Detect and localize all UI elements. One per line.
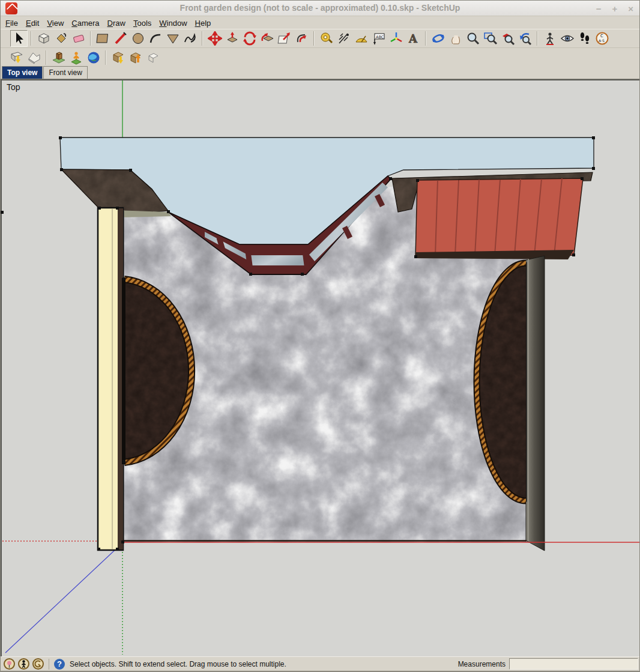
measurements-field[interactable] xyxy=(509,658,638,670)
rectangle-tool-icon[interactable] xyxy=(94,30,112,47)
get-models-icon[interactable] xyxy=(109,49,127,66)
menu-tools[interactable]: Tools xyxy=(133,17,157,29)
tab-front-view[interactable]: Front view xyxy=(43,66,87,79)
claim-model-icon[interactable] xyxy=(18,658,29,670)
position-camera-icon[interactable] xyxy=(541,30,558,47)
share-model-icon[interactable] xyxy=(127,49,144,66)
title-bar[interactable]: Front garden design (not to scale - appr… xyxy=(1,1,639,16)
zoom-extents-icon[interactable] xyxy=(499,30,516,47)
polygon-tool-icon[interactable] xyxy=(164,30,181,47)
tape-measure-icon[interactable] xyxy=(318,30,335,47)
text-tool-icon[interactable]: ABC xyxy=(370,30,387,47)
circle-tool-icon[interactable] xyxy=(129,30,146,47)
section-plane-icon[interactable]: CA·S xyxy=(593,30,611,47)
move-tool-icon[interactable] xyxy=(206,30,223,47)
status-bar: ? Select objects. Shift to extend select… xyxy=(1,656,639,671)
arc-tool-icon[interactable] xyxy=(146,30,164,47)
fence-left[interactable] xyxy=(98,208,123,550)
measurements-label: Measurements xyxy=(458,660,506,668)
dimensions-tool-icon[interactable] xyxy=(335,30,352,47)
menu-help[interactable]: Help xyxy=(195,17,217,29)
photo-textures-icon[interactable] xyxy=(50,49,67,66)
scene-tabs: Top view Front view xyxy=(1,67,639,79)
eraser-icon[interactable] xyxy=(70,30,87,47)
select-tool-icon[interactable] xyxy=(10,30,28,47)
main-toolbar: ABC A CA·S xyxy=(1,29,639,47)
previous-view-icon[interactable] xyxy=(516,30,534,47)
zoom-window-icon[interactable] xyxy=(482,30,499,47)
google-toolbar xyxy=(1,47,639,67)
rotate-tool-icon[interactable] xyxy=(241,30,258,47)
menu-camera[interactable]: Camera xyxy=(71,17,104,29)
side-wall-strip[interactable] xyxy=(526,256,545,551)
protractor-icon[interactable] xyxy=(352,30,370,47)
menu-draw[interactable]: Draw xyxy=(107,17,131,29)
paint-bucket-icon[interactable] xyxy=(52,30,70,47)
look-around-icon[interactable] xyxy=(558,30,576,47)
walk-tool-icon[interactable] xyxy=(576,30,593,47)
menu-file[interactable]: File xyxy=(5,17,23,29)
get-current-view-icon[interactable] xyxy=(8,49,25,66)
menu-view[interactable]: View xyxy=(47,17,69,29)
zoom-tool-icon[interactable] xyxy=(464,30,482,47)
menu-bar: File Edit View Camera Draw Tools Window … xyxy=(1,17,639,29)
scale-tool-icon[interactable] xyxy=(276,30,293,47)
push-pull-tool-icon[interactable] xyxy=(223,30,241,47)
tab-top-view[interactable]: Top view xyxy=(2,66,43,79)
menu-window[interactable]: Window xyxy=(159,17,192,29)
freehand-tool-icon[interactable] xyxy=(181,30,199,47)
orbit-tool-icon[interactable] xyxy=(429,30,447,47)
geolocation-icon[interactable] xyxy=(4,658,15,670)
help-icon[interactable]: ? xyxy=(54,659,65,670)
svg-text:C: C xyxy=(600,34,603,38)
toggle-terrain-icon[interactable] xyxy=(25,49,43,66)
svg-text:A: A xyxy=(408,32,418,45)
warehouse-model-icon[interactable] xyxy=(144,49,162,66)
line-tool-icon[interactable] xyxy=(112,30,129,47)
scene-canvas[interactable] xyxy=(1,79,640,656)
minimize-button[interactable]: − xyxy=(596,4,602,14)
credits-icon[interactable] xyxy=(32,658,44,670)
place-model-icon[interactable] xyxy=(85,49,102,66)
preview-model-icon[interactable] xyxy=(67,49,85,66)
menu-edit[interactable]: Edit xyxy=(26,17,44,29)
offset-tool-icon[interactable] xyxy=(293,30,310,47)
follow-me-tool-icon[interactable] xyxy=(258,30,276,47)
view-name-label: Top xyxy=(7,82,20,92)
close-button[interactable]: × xyxy=(628,4,633,14)
svg-text:A·S: A·S xyxy=(599,38,605,43)
svg-text:ABC: ABC xyxy=(376,35,384,40)
maximize-button[interactable]: + xyxy=(612,4,617,14)
status-message: Select objects. Shift to extend select. … xyxy=(70,660,286,668)
pan-tool-icon[interactable] xyxy=(447,30,464,47)
garage-roof[interactable] xyxy=(415,178,583,259)
3d-text-tool-icon[interactable]: A xyxy=(405,30,422,47)
window-title: Front garden design (not to scale - appr… xyxy=(1,3,639,13)
axes-tool-icon[interactable] xyxy=(387,30,405,47)
make-component-icon[interactable] xyxy=(35,30,52,47)
